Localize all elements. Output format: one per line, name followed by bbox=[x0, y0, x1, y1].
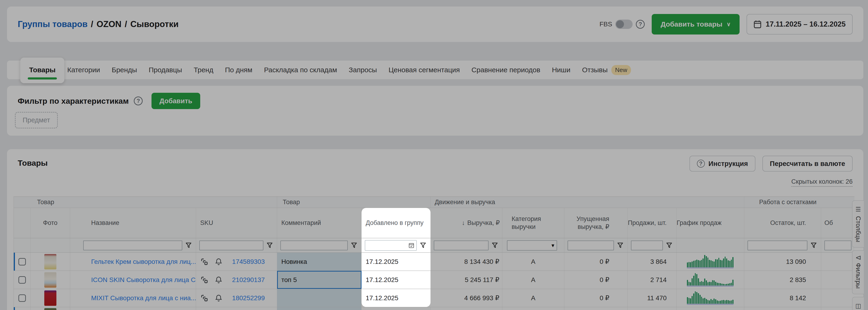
col-header-added-to-group: Добавлено в группу bbox=[362, 208, 431, 238]
calendar-check-icon bbox=[408, 242, 414, 248]
added-to-group-cell: 17.12.2025 bbox=[362, 271, 431, 289]
added-to-group-cell: 17.12.2025 bbox=[362, 253, 431, 271]
added-date-filter-input[interactable] bbox=[365, 240, 417, 251]
filter-cell-added bbox=[362, 238, 431, 252]
added-to-group-cell: 17.12.2025 bbox=[362, 289, 431, 307]
funnel-icon[interactable] bbox=[419, 242, 427, 249]
tour-dim-overlay bbox=[0, 0, 868, 310]
